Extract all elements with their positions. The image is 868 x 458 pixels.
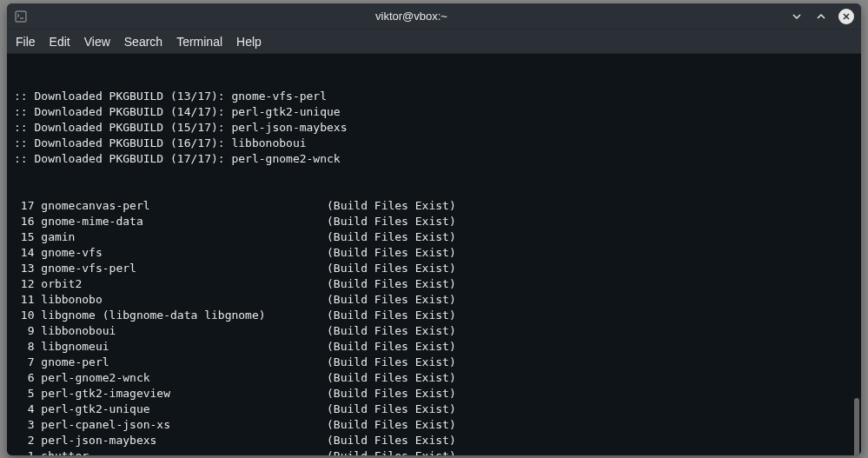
package-line: 14 gnome-vfs (Build Files Exist) <box>14 245 854 261</box>
menu-file[interactable]: File <box>16 35 36 49</box>
close-button[interactable] <box>838 9 854 24</box>
menu-view[interactable]: View <box>84 35 110 49</box>
download-line: :: Downloaded PKGBUILD (13/17): gnome-vf… <box>14 89 854 104</box>
package-line: 13 gnome-vfs-perl (Build Files Exist) <box>14 261 854 276</box>
package-line: 10 libgnome (libgnome-data libgnome) (Bu… <box>14 308 854 323</box>
package-line: 5 perl-gtk2-imageview (Build Files Exist… <box>14 386 854 402</box>
menu-terminal[interactable]: Terminal <box>176 35 222 49</box>
maximize-button[interactable] <box>814 10 828 23</box>
package-line: 7 gnome-perl (Build Files Exist) <box>14 355 854 370</box>
package-line: 1 shutter (Build Files Exist) <box>14 448 854 455</box>
package-line: 16 gnome-mime-data (Build Files Exist) <box>14 214 854 229</box>
menubar: File Edit View Search Terminal Help <box>7 30 861 54</box>
package-line: 2 perl-json-maybexs (Build Files Exist) <box>14 433 854 448</box>
download-line: :: Downloaded PKGBUILD (15/17): perl-jso… <box>14 120 854 136</box>
terminal-output[interactable]: :: Downloaded PKGBUILD (13/17): gnome-vf… <box>7 54 861 455</box>
menu-help[interactable]: Help <box>236 35 262 49</box>
download-line: :: Downloaded PKGBUILD (14/17): perl-gtk… <box>14 104 854 120</box>
package-line: 3 perl-cpanel-json-xs (Build Files Exist… <box>14 417 854 433</box>
download-line: :: Downloaded PKGBUILD (17/17): perl-gno… <box>14 151 854 167</box>
menu-search[interactable]: Search <box>124 35 162 49</box>
window-title: viktor@vbox:~ <box>33 10 790 23</box>
window-controls <box>790 9 854 24</box>
svg-rect-0 <box>16 11 26 22</box>
package-line: 15 gamin (Build Files Exist) <box>14 229 854 245</box>
download-line: :: Downloaded PKGBUILD (16/17): libbonob… <box>14 136 854 151</box>
package-line: 12 orbit2 (Build Files Exist) <box>14 276 854 292</box>
package-line: 11 libbonobo (Build Files Exist) <box>14 292 854 308</box>
package-line: 4 perl-gtk2-unique (Build Files Exist) <box>14 402 854 417</box>
package-line: 6 perl-gnome2-wnck (Build Files Exist) <box>14 370 854 386</box>
terminal-app-icon <box>14 10 28 23</box>
titlebar: viktor@vbox:~ <box>7 3 861 30</box>
terminal-window: viktor@vbox:~ File Edit View Search Term… <box>7 3 861 455</box>
scrollbar-thumb[interactable] <box>854 398 859 455</box>
package-line: 17 gnomecanvas-perl (Build Files Exist) <box>14 198 854 214</box>
package-line: 8 libgnomeui (Build Files Exist) <box>14 339 854 355</box>
minimize-button[interactable] <box>790 10 804 23</box>
package-line: 9 libbonoboui (Build Files Exist) <box>14 323 854 339</box>
menu-edit[interactable]: Edit <box>50 35 70 49</box>
